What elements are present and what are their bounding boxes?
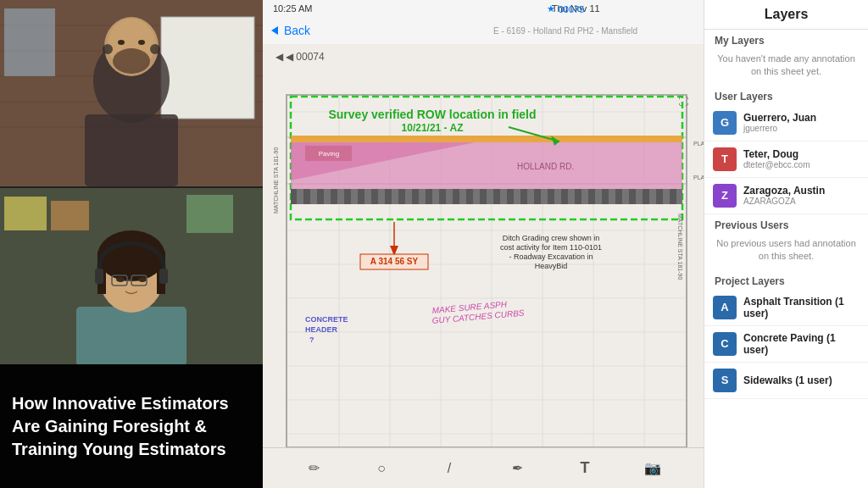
prev-item-id: ◀ 00074	[286, 51, 325, 63]
highlight-tool[interactable]: ✒	[504, 456, 530, 481]
nav-subtitle: E - 6169 - Holland Rd PH2 - Mansfield	[493, 26, 637, 36]
svg-rect-7	[4, 8, 55, 76]
project-layer-asphalt[interactable]: A Asphalt Transition (1 user)	[704, 290, 868, 326]
zaragoza-sub: AZARAGOZA	[743, 197, 860, 206]
svg-rect-20	[186, 195, 233, 233]
guerrero-sub: jguerrero	[743, 124, 860, 133]
svg-rect-21	[76, 307, 186, 364]
project-layers-label: Project Layers	[704, 270, 868, 290]
svg-point-15	[103, 44, 113, 54]
layers-title: Layers	[704, 0, 868, 30]
bg-svg	[0, 0, 263, 186]
svg-text:HEADER: HEADER	[305, 325, 338, 334]
sidewalks-info: Sidewalks (1 user)	[743, 374, 860, 386]
svg-text:PLAN: PLAN	[693, 141, 704, 147]
guerrero-name: Guerrero, Juan	[743, 112, 860, 124]
svg-rect-6	[161, 17, 254, 119]
zaragoza-info: Zaragoza, Austin AZARAGOZA	[743, 185, 860, 206]
teter-avatar: T	[713, 147, 737, 171]
prev-nav[interactable]: ◀ ◀ 00074	[275, 51, 325, 63]
left-panel: How Innovative Estimators Are Gaining Fo…	[0, 0, 263, 488]
item-id: 00075	[559, 4, 585, 14]
svg-text:CONCRETE: CONCRETE	[305, 315, 348, 324]
project-layer-concrete[interactable]: C Concrete Paving (1 user)	[704, 326, 868, 363]
drawing-area: Survey verified ROW location in field 10…	[263, 44, 704, 488]
video-feed-top	[0, 0, 263, 186]
guerrero-avatar: G	[713, 111, 737, 135]
svg-point-12	[113, 48, 150, 74]
svg-rect-10	[85, 114, 178, 186]
pencil-tool[interactable]: ✏	[301, 456, 326, 481]
asphalt-avatar: A	[713, 296, 737, 319]
video-feed-bottom	[0, 186, 263, 364]
svg-text:⛶: ⛶	[678, 96, 688, 108]
concrete-name: Concrete Paving (1 user)	[743, 332, 860, 356]
star-icon: ★	[547, 3, 555, 14]
my-layers-message: You haven't made any annotation on this …	[704, 49, 868, 86]
svg-text:HeavyBid: HeavyBid	[535, 262, 568, 270]
back-arrow-icon	[271, 26, 278, 35]
text-tool[interactable]: T	[572, 456, 598, 481]
title-bar: How Innovative Estimators Are Gaining Fo…	[0, 364, 263, 488]
asphalt-name: Asphalt Transition (1 user)	[743, 296, 860, 319]
my-layers-label: My Layers	[704, 30, 868, 49]
concrete-info: Concrete Paving (1 user)	[743, 332, 860, 356]
svg-rect-18	[4, 197, 47, 230]
teter-info: Teter, Doug dteter@ebcc.com	[743, 148, 860, 169]
project-layer-sidewalks[interactable]: S Sidewalks (1 user)	[704, 363, 868, 399]
svg-point-27	[138, 277, 147, 282]
drawing-svg: Survey verified ROW location in field 10…	[263, 44, 704, 488]
svg-point-23	[97, 230, 165, 281]
previous-users-label: Previous Users	[704, 214, 868, 234]
time-display: 10:25 AM	[273, 3, 312, 14]
user-layer-teter[interactable]: T Teter, Doug dteter@ebcc.com	[704, 141, 868, 178]
concrete-avatar: C	[713, 332, 737, 356]
svg-rect-19	[51, 201, 89, 230]
camera-tool[interactable]: 📷	[640, 456, 665, 481]
sidewalks-name: Sidewalks (1 user)	[743, 374, 860, 386]
user-layers-label: User Layers	[704, 86, 868, 105]
svg-text:cost activity for Item 110-010: cost activity for Item 110-0101	[500, 243, 602, 252]
svg-text:MATCHLINE STA 181-90: MATCHLINE STA 181-90	[273, 147, 279, 214]
user-layer-guerrero[interactable]: G Guerrero, Juan jguerrero	[704, 105, 868, 141]
nav-strip: ✏ ○ / ✒ T 📷	[263, 447, 704, 488]
back-button[interactable]: Back	[271, 24, 310, 37]
zaragoza-avatar: Z	[713, 184, 737, 208]
layers-panel: Layers My Layers You haven't made any an…	[704, 0, 868, 488]
svg-rect-31	[95, 269, 103, 284]
item-id-area: ★ 00075	[547, 3, 585, 14]
svg-point-26	[116, 277, 125, 282]
bg-svg-2	[0, 188, 263, 364]
svg-point-14	[138, 40, 145, 45]
asphalt-info: Asphalt Transition (1 user)	[743, 296, 860, 319]
svg-rect-32	[159, 269, 168, 284]
teter-sub: dteter@ebcc.com	[743, 160, 860, 169]
svg-text:10/21/21 - AZ: 10/21/21 - AZ	[402, 122, 464, 134]
svg-text:- Roadway Excavation in: - Roadway Excavation in	[509, 252, 593, 261]
previous-users-message: No previous users had annotation on this…	[704, 234, 868, 270]
svg-text:Paving: Paving	[319, 150, 339, 158]
svg-rect-56	[291, 136, 682, 142]
svg-text:MATCHLINE STA 181-90: MATCHLINE STA 181-90	[677, 214, 683, 280]
pen-tool[interactable]: /	[437, 456, 462, 481]
svg-text:PLAN: PLAN	[693, 175, 704, 180]
svg-point-16	[150, 44, 160, 54]
tablet-screen: 10:25 AM Thu Nov 11 89% ★ 00075 Back E -…	[263, 0, 868, 488]
svg-text:A 314 56 SY: A 314 56 SY	[370, 257, 419, 266]
nav-title: E - 6169 - Holland Rd PH2 - Mansfield	[493, 26, 637, 36]
zaragoza-name: Zaragoza, Austin	[743, 185, 860, 197]
svg-rect-62	[291, 189, 682, 204]
prev-arrow-icon: ◀	[275, 51, 283, 63]
sidewalks-avatar: S	[713, 369, 737, 392]
svg-text:Ditch Grading crew shown in: Ditch Grading crew shown in	[503, 234, 600, 242]
teter-name: Teter, Doug	[743, 148, 860, 160]
svg-text:?: ?	[309, 336, 314, 344]
back-label: Back	[284, 24, 310, 37]
circle-tool[interactable]: ○	[369, 456, 394, 481]
svg-point-13	[118, 40, 125, 45]
guerrero-info: Guerrero, Juan jguerrero	[743, 112, 860, 133]
svg-text:HOLLAND RD.: HOLLAND RD.	[517, 162, 574, 171]
presentation-title: How Innovative Estimators Are Gaining Fo…	[12, 392, 251, 461]
user-layer-zaragoza[interactable]: Z Zaragoza, Austin AZARAGOZA	[704, 178, 868, 214]
svg-text:Survey verified ROW location i: Survey verified ROW location in field	[328, 108, 536, 121]
